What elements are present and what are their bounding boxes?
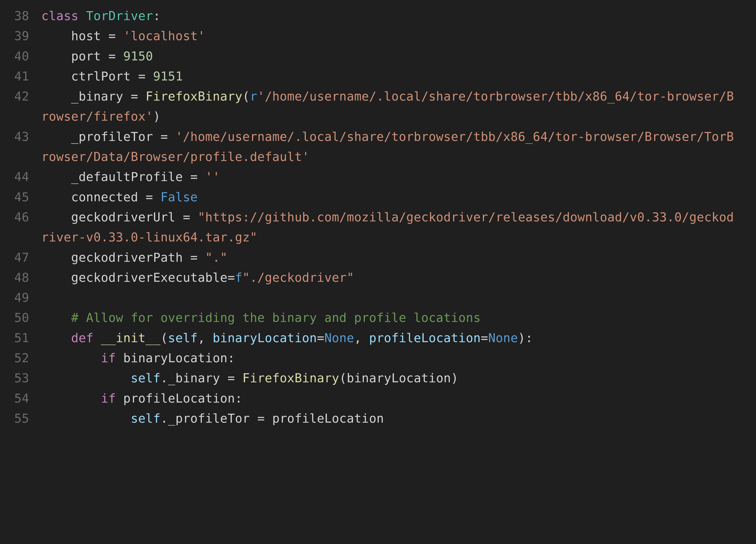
code-line[interactable]: 43 _profileTor = '/home/username/.local/… — [0, 127, 748, 167]
code-content[interactable]: class TorDriver: — [41, 6, 748, 26]
code-line[interactable]: 49 — [0, 287, 748, 308]
token-cmt: # Allow for overriding the binary and pr… — [71, 310, 481, 325]
line-number: 51 — [0, 328, 41, 348]
token-pn: = — [138, 69, 146, 83]
token-num: 9151 — [153, 69, 183, 83]
code-line[interactable]: 46 geckodriverUrl = "https://github.com/… — [0, 207, 748, 248]
code-content[interactable]: port = 9150 — [41, 46, 748, 66]
code-line[interactable]: 53 self._binary = FirefoxBinary(binaryLo… — [0, 368, 748, 388]
token-pn: ): — [518, 331, 533, 345]
token-kw: if — [101, 351, 123, 365]
token-cst: r — [250, 89, 257, 104]
token-cst: f — [235, 270, 243, 285]
line-number: 41 — [0, 66, 41, 86]
code-line[interactable]: 47 geckodriverPath = "." — [0, 248, 748, 268]
line-number: 55 — [0, 408, 41, 428]
token-slf: self — [131, 411, 160, 425]
token-pn: = — [228, 270, 235, 285]
code-line[interactable]: 48 geckodriverExecutable=f"./geckodriver… — [0, 268, 748, 287]
token-pn: ) — [153, 109, 160, 124]
token-pn: = — [228, 371, 235, 385]
code-content[interactable]: geckodriverPath = "." — [41, 248, 748, 268]
token-pn — [138, 89, 146, 104]
code-content[interactable]: geckodriverExecutable=f"./geckodriver" — [41, 268, 748, 287]
token-pn: ) — [451, 371, 459, 385]
token-pn — [190, 210, 198, 224]
token-pn — [198, 250, 205, 265]
token-id: _profileTor — [71, 130, 160, 144]
code-content[interactable]: def __init__(self, binaryLocation=None, … — [41, 328, 748, 348]
token-id: host — [71, 29, 108, 43]
token-str: "./geckodriver" — [242, 270, 354, 285]
code-line[interactable]: 52 if binaryLocation: — [0, 348, 748, 368]
token-id: ._profileTor — [160, 411, 257, 425]
line-number: 49 — [0, 287, 41, 308]
token-pn — [153, 190, 160, 204]
code-content[interactable]: _profileTor = '/home/username/.local/sha… — [41, 127, 748, 167]
token-pn: ( — [160, 331, 168, 345]
token-kw: if — [101, 391, 123, 405]
token-prm: self — [168, 331, 198, 345]
token-prm: binaryLocation — [213, 331, 317, 345]
code-content[interactable]: ctrlPort = 9151 — [41, 66, 748, 86]
code-content[interactable]: if binaryLocation: — [41, 348, 748, 368]
indent — [41, 29, 71, 43]
token-pn: , — [198, 331, 213, 345]
token-pn — [168, 130, 175, 144]
code-line[interactable]: 51 def __init__(self, binaryLocation=Non… — [0, 328, 748, 348]
code-editor[interactable]: 38class TorDriver:39 host = 'localhost'4… — [0, 0, 756, 440]
indent — [41, 250, 71, 265]
token-pn: = — [108, 49, 116, 63]
token-pn — [116, 29, 123, 43]
token-id: geckodriverUrl — [71, 210, 183, 224]
token-str: 'localhost' — [123, 29, 205, 43]
token-pn: ( — [339, 371, 347, 385]
line-number: 48 — [0, 268, 41, 287]
code-line[interactable]: 54 if profileLocation: — [0, 388, 748, 408]
indent — [41, 371, 131, 385]
indent — [41, 270, 71, 285]
code-content[interactable]: _defaultProfile = '' — [41, 167, 748, 187]
line-number: 54 — [0, 388, 41, 408]
token-pn: = — [257, 411, 265, 425]
code-content[interactable]: self._profileTor = profileLocation — [41, 408, 748, 428]
token-cst: None — [324, 331, 354, 345]
token-kw: class — [41, 9, 86, 23]
line-number: 46 — [0, 207, 41, 227]
token-slf: self — [131, 371, 160, 385]
code-content[interactable]: connected = False — [41, 187, 748, 207]
code-line[interactable]: 45 connected = False — [0, 187, 748, 207]
code-content[interactable]: geckodriverUrl = "https://github.com/moz… — [41, 207, 748, 248]
code-content[interactable] — [41, 287, 748, 308]
token-cst: None — [488, 331, 518, 345]
code-line[interactable]: 42 _binary = FirefoxBinary(r'/home/usern… — [0, 86, 748, 127]
token-id: profileLocation — [123, 391, 235, 405]
indent — [41, 170, 71, 184]
token-pn — [198, 170, 205, 184]
indent — [41, 49, 71, 63]
token-id: port — [71, 49, 108, 63]
token-id: _binary — [71, 89, 131, 104]
indent — [41, 190, 71, 204]
line-number: 39 — [0, 26, 41, 46]
token-dunder: __init__ — [101, 331, 161, 345]
code-content[interactable]: # Allow for overriding the binary and pr… — [41, 308, 748, 328]
code-line[interactable]: 44 _defaultProfile = '' — [0, 167, 748, 187]
line-number: 45 — [0, 187, 41, 207]
token-pn: = — [190, 250, 198, 265]
token-pn: = — [160, 130, 168, 144]
token-str: "." — [205, 250, 227, 265]
code-content[interactable]: self._binary = FirefoxBinary(binaryLocat… — [41, 368, 748, 388]
code-line[interactable]: 55 self._profileTor = profileLocation — [0, 408, 748, 428]
code-content[interactable]: _binary = FirefoxBinary(r'/home/username… — [41, 86, 748, 127]
code-line[interactable]: 39 host = 'localhost' — [0, 26, 748, 46]
indent — [41, 391, 101, 405]
line-number: 38 — [0, 6, 41, 26]
code-content[interactable]: host = 'localhost' — [41, 26, 748, 46]
code-line[interactable]: 38class TorDriver: — [0, 6, 748, 26]
code-line[interactable]: 40 port = 9150 — [0, 46, 748, 66]
code-line[interactable]: 41 ctrlPort = 9151 — [0, 66, 748, 86]
code-line[interactable]: 50 # Allow for overriding the binary and… — [0, 308, 748, 328]
code-content[interactable]: if profileLocation: — [41, 388, 748, 408]
token-pn — [146, 69, 153, 83]
